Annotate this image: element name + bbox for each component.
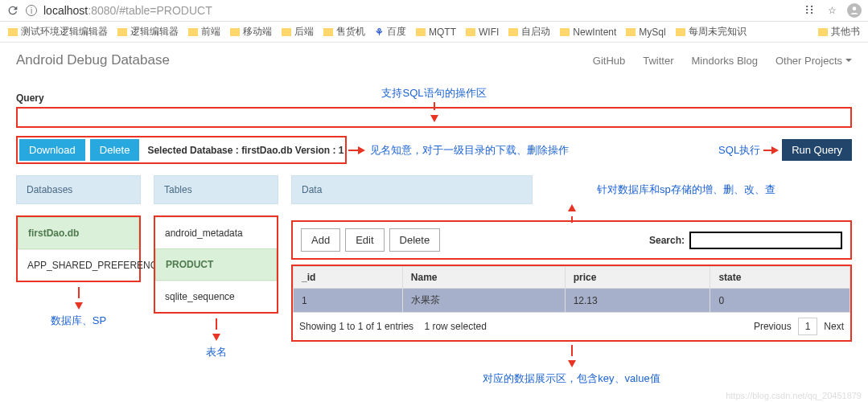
crud-controls: Add Edit Delete Search: (291, 220, 852, 260)
bookmark-item[interactable]: 前端 (188, 25, 220, 39)
bookmark-item[interactable]: 后端 (282, 25, 314, 39)
database-item-shared-prefs[interactable]: APP_SHARED_PREFERENCES (18, 249, 139, 281)
account-icon[interactable] (847, 3, 862, 18)
bookmark-item[interactable]: 逻辑编辑器 (117, 25, 179, 39)
chevron-down-icon (845, 59, 852, 62)
folder-icon (282, 28, 291, 36)
bookmark-item[interactable]: WIFI (466, 27, 499, 38)
cell-state: 0 (710, 289, 850, 313)
svg-point-0 (853, 6, 857, 10)
bookmark-item[interactable]: 其他书 (818, 25, 860, 39)
search-input[interactable] (689, 232, 842, 249)
star-icon[interactable]: ☆ (825, 3, 839, 18)
bookmark-item[interactable]: MySql (626, 27, 665, 38)
search-label: Search: (649, 235, 685, 246)
folder-icon (323, 28, 333, 36)
folder-icon (626, 28, 636, 36)
download-button[interactable]: Download (19, 139, 85, 161)
table-row[interactable]: 1 水果茶 12.13 0 (294, 289, 850, 313)
pager-previous[interactable]: Previous (754, 321, 792, 332)
column-header-state[interactable]: state (710, 267, 850, 289)
nav-mindorks[interactable]: Mindorks Blog (692, 55, 758, 67)
folder-icon (466, 28, 475, 36)
annotation-dl-del: 见名知意，对于一级目录的下载、删除操作 (370, 143, 569, 158)
folder-icon (188, 28, 198, 36)
folder-icon (560, 28, 570, 36)
selected-database-label: Selected Database : firstDao.db Version … (147, 145, 343, 156)
edit-button[interactable]: Edit (345, 228, 384, 252)
folder-icon (416, 28, 426, 36)
pager-current-page[interactable]: 1 (798, 318, 818, 335)
arrow-right-icon (771, 146, 779, 154)
refresh-icon[interactable] (6, 4, 19, 17)
app-title: Android Debug Database (16, 52, 170, 68)
table-item-sqlite-sequence[interactable]: sqlite_sequence (155, 281, 277, 312)
bookmark-item[interactable]: 每周未完知识 (676, 25, 747, 39)
bookmark-item[interactable]: MQTT (416, 27, 456, 38)
arrow-down-icon (212, 334, 220, 341)
table-item-product[interactable]: PRODUCT (155, 248, 277, 281)
annotation-data-area: 对应的数据展示区，包含key、value值 (291, 371, 852, 386)
folder-icon (676, 28, 685, 36)
databases-panel-header: Databases (16, 175, 141, 204)
folder-icon (508, 28, 518, 36)
data-table-container: _id Name price state 1 水果茶 12.13 0 (291, 265, 852, 342)
database-list: firstDao.db APP_SHARED_PREFERENCES (16, 215, 141, 282)
annotation-tables: 表名 (154, 345, 278, 359)
showing-entries: Showing 1 to 1 of 1 entries (299, 321, 413, 332)
watermark: https://blog.csdn.net/qq_20451879 (726, 391, 862, 400)
delete-row-button[interactable]: Delete (389, 228, 441, 252)
info-icon[interactable]: i (26, 5, 37, 16)
data-panel-header: Data (291, 175, 533, 204)
arrow-down-icon (430, 115, 438, 122)
arrow-up-icon (568, 204, 576, 211)
column-header-name[interactable]: Name (402, 267, 565, 289)
tables-panel-header: Tables (154, 175, 278, 204)
table-list: android_metadata PRODUCT sqlite_sequence (154, 215, 278, 314)
cell-id: 1 (294, 289, 403, 313)
folder-icon (818, 28, 828, 36)
annotation-sql-exec: SQL执行 (718, 143, 760, 158)
add-button[interactable]: Add (301, 228, 340, 252)
url-display[interactable]: localhost:8080/#table=PRODUCT (43, 4, 796, 17)
database-item-firstdao[interactable]: firstDao.db (18, 217, 139, 249)
bookmarks-bar: 测试环境逻辑编辑器 逻辑编辑器 前端 移动端 后端 售货机 ⚘百度 MQTT W… (0, 22, 868, 43)
bookmark-item[interactable]: 测试环境逻辑编辑器 (8, 25, 108, 39)
baidu-icon: ⚘ (375, 27, 384, 38)
app-header: Android Debug Database GitHub Twitter Mi… (0, 43, 868, 78)
folder-icon (230, 28, 240, 36)
arrow-down-icon (568, 360, 576, 367)
nav-other-projects[interactable]: Other Projects (775, 55, 852, 67)
bookmark-item[interactable]: 售货机 (323, 25, 365, 39)
data-table: _id Name price state 1 水果茶 12.13 0 (293, 266, 850, 313)
selected-row-info: 1 row selected (424, 321, 486, 332)
bookmark-item[interactable]: 移动端 (230, 25, 272, 39)
annotation-db-sp: 数据库、SP (16, 314, 141, 328)
arrow-down-icon (75, 302, 83, 310)
nav-github[interactable]: GitHub (593, 55, 625, 67)
arrow-right-icon (358, 146, 365, 154)
column-header-id[interactable]: _id (294, 267, 403, 289)
bookmark-item[interactable]: ⚘百度 (375, 25, 406, 39)
annotation-sql-area: 支持SQL语句的操作区 (381, 86, 486, 125)
bookmark-item[interactable]: NewIntent (560, 27, 616, 38)
nav-links: GitHub Twitter Mindorks Blog Other Proje… (593, 55, 852, 67)
pager-next[interactable]: Next (824, 321, 844, 332)
table-item-android-metadata[interactable]: android_metadata (155, 217, 277, 248)
browser-address-bar: i localhost:8080/#table=PRODUCT ⠸⠇ ☆ (0, 0, 868, 22)
run-query-button[interactable]: Run Query (782, 139, 852, 161)
column-header-price[interactable]: price (565, 267, 710, 289)
folder-icon (8, 28, 18, 36)
cell-name: 水果茶 (402, 289, 565, 313)
bookmark-item[interactable]: 自启动 (508, 25, 550, 39)
nav-twitter[interactable]: Twitter (643, 55, 673, 67)
folder-icon (117, 28, 127, 36)
annotation-crud: 针对数据库和sp存储的增、删、改、查 (597, 183, 775, 197)
delete-button[interactable]: Delete (90, 139, 140, 161)
translate-icon[interactable]: ⠸⠇ (802, 3, 817, 18)
download-delete-group: Download Delete Selected Database : firs… (16, 136, 347, 164)
cell-price: 12.13 (565, 289, 710, 313)
